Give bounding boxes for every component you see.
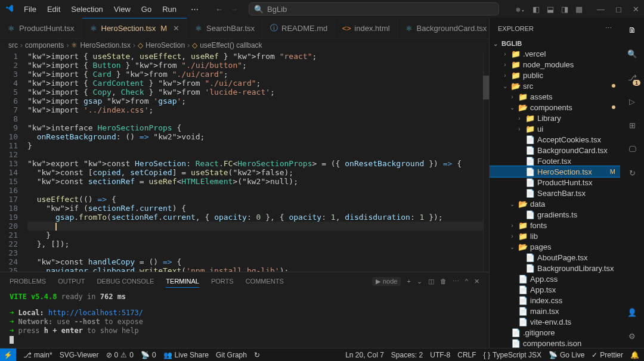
menu-file[interactable]: File — [19, 2, 41, 16]
code-editor[interactable]: 1234567891011121314151617181920212223242… — [0, 52, 489, 272]
problems-status[interactable]: ⊘ 0 ⚠ 0 — [106, 351, 134, 359]
nav-forward-icon[interactable]: → — [230, 5, 238, 14]
panel-maximize-icon[interactable]: ^ — [465, 278, 468, 285]
eol[interactable]: CRLF — [457, 351, 476, 359]
file-App.tsx[interactable]: 📄App.tsx — [490, 284, 620, 295]
panel-tab-problems[interactable]: PROBLEMS — [10, 275, 46, 287]
command-center[interactable]: 🔍 BgLib — [249, 2, 499, 15]
go-live[interactable]: 📡 Go Live — [549, 351, 584, 359]
cursor-position[interactable]: Ln 20, Col 7 — [345, 351, 384, 359]
folder-assets[interactable]: ›📁assets — [490, 91, 620, 102]
minimap-thumb[interactable] — [483, 76, 489, 99]
live-share-status[interactable]: 👥 Live Share — [163, 351, 209, 359]
tab-README.md[interactable]: ⓘREADME.md — [262, 18, 335, 39]
terminal-task[interactable]: ▶ node — [372, 277, 401, 286]
layout-grid-icon[interactable]: ▦ — [575, 5, 583, 14]
folder-.vercel[interactable]: ›📁.vercel — [490, 48, 620, 59]
remote-explorer-icon[interactable]: 🖵 — [625, 142, 639, 156]
encoding[interactable]: UTF-8 — [430, 351, 450, 359]
ports-status[interactable]: 📡 0 — [141, 351, 156, 359]
file-Footer.tsx[interactable]: 📄Footer.tsx — [490, 155, 620, 166]
source-control-icon[interactable]: ⎇1 — [625, 70, 639, 85]
file-AboutPage.tsx[interactable]: 📄AboutPage.tsx — [490, 252, 620, 263]
maximize-icon[interactable]: ◻ — [615, 5, 622, 14]
layout-bottom-icon[interactable]: ⬓ — [547, 5, 554, 14]
file-BackgroundCard.tsx[interactable]: 📄BackgroundCard.tsx — [490, 145, 620, 155]
menu-run[interactable]: Run — [157, 2, 181, 16]
folder-components[interactable]: ⌄📂components — [490, 102, 620, 113]
file-components.ison[interactable]: 📄components.ison — [490, 338, 620, 348]
file-.gitignore[interactable]: 📄.gitignore — [490, 327, 620, 338]
layout-left-icon[interactable]: ◧ — [532, 5, 540, 14]
minimap[interactable] — [483, 52, 489, 272]
file-SearchBar.tsx[interactable]: 📄SearchBar.tsx — [490, 188, 620, 198]
language-mode[interactable]: { } TypeScript JSX — [484, 351, 541, 359]
nav-back-icon[interactable]: ← — [215, 5, 223, 14]
breadcrumb-segment[interactable]: components — [25, 41, 64, 49]
panel-more-icon[interactable]: ⋯ — [453, 278, 459, 285]
layout-right-icon[interactable]: ◨ — [561, 5, 568, 14]
file-AcceptCookies.tsx[interactable]: 📄AcceptCookies.tsx — [490, 134, 620, 145]
tab-index.html[interactable]: <>index.html — [335, 18, 397, 39]
panel-tab-output[interactable]: OUTPUT — [58, 275, 85, 287]
panel-close-icon[interactable]: ✕ — [474, 278, 479, 285]
search-activity-icon[interactable]: 🔍 — [625, 46, 639, 61]
terminal-dropdown-icon[interactable]: ⌄ — [417, 278, 422, 285]
files-icon[interactable]: 🗎 — [625, 23, 639, 37]
folder-public[interactable]: ›📁public — [490, 70, 620, 80]
new-terminal-icon[interactable]: + — [407, 278, 410, 285]
run-debug-icon[interactable]: ▷ — [625, 94, 639, 108]
file-App.css[interactable]: 📄App.css — [490, 273, 620, 284]
file-HeroSection.tsx[interactable]: 📄HeroSection.tsxM — [490, 166, 620, 177]
folder-src[interactable]: ⌄📂src — [490, 80, 620, 91]
git-graph-status[interactable]: Git Graph — [216, 351, 247, 359]
menu-selection[interactable]: Selection — [66, 2, 107, 16]
more-menu-icon[interactable]: ⋯ — [186, 2, 203, 16]
folder-ui[interactable]: ›📁ui — [490, 123, 620, 134]
breadcrumb-segment[interactable]: HeroSection.tsx — [80, 41, 131, 49]
tab-SearchBar.tsx[interactable]: ⚛SearchBar.tsx — [187, 18, 262, 39]
settings-gear-icon[interactable]: ⚙ — [625, 329, 639, 343]
breadcrumb-segment[interactable]: HeroSection — [145, 41, 185, 49]
local-url[interactable]: http://localhost:5173/ — [48, 309, 143, 317]
menu-edit[interactable]: Edit — [42, 2, 65, 16]
folder-pages[interactable]: ⌄📂pages — [490, 241, 620, 252]
panel-tab-terminal[interactable]: TERMINAL — [166, 275, 199, 288]
file-gradients.ts[interactable]: 📄gradients.ts — [490, 209, 620, 220]
menu-view[interactable]: View — [109, 2, 135, 16]
folder-data[interactable]: ⌄📂data — [490, 198, 620, 209]
sync-icon[interactable]: ↻ — [254, 351, 260, 359]
split-terminal-icon[interactable]: ◫ — [428, 278, 434, 285]
explorer-more-icon[interactable]: ⋯ — [605, 24, 612, 32]
tab-ProductHunt.tsx[interactable]: ⚛ProductHunt.tsx — [0, 18, 82, 39]
notifications-icon[interactable]: 🔔 — [630, 351, 639, 359]
file-vite-env.d.ts[interactable]: 📄vite-env.d.ts — [490, 316, 620, 327]
remote-button[interactable]: ⚡ — [0, 348, 16, 362]
workspace-root[interactable]: ⌄BGLIB — [490, 39, 620, 48]
tab-BackgroundCard.tsx[interactable]: ⚛BackgroundCard.tsx — [398, 18, 489, 39]
folder-Library[interactable]: ›📁Library — [490, 113, 620, 123]
breadcrumb-segment[interactable]: useEffect() callback — [200, 41, 262, 49]
folder-node_modules[interactable]: ›📁node_modules — [490, 59, 620, 70]
account-icon[interactable]: 👤 — [625, 305, 639, 319]
panel-tab-comments[interactable]: COMMENTS — [246, 275, 284, 287]
file-index.css[interactable]: 📄index.css — [490, 295, 620, 306]
breadcrumb[interactable]: src›components›⚛ HeroSection.tsx›◇ HeroS… — [0, 39, 489, 52]
svg-viewer[interactable]: SVG-Viewer — [60, 351, 99, 359]
prettier-status[interactable]: ✓ Prettier — [592, 351, 623, 359]
kill-terminal-icon[interactable]: 🗑 — [440, 278, 447, 285]
close-icon[interactable]: ✕ — [173, 24, 179, 33]
git-branch[interactable]: ⎇ main* — [23, 351, 52, 359]
panel-tab-debug console[interactable]: DEBUG CONSOLE — [97, 275, 154, 287]
folder-lib[interactable]: ›📁lib — [490, 231, 620, 241]
code-content[interactable]: "kw">import { useState, useEffect, useRe… — [27, 52, 489, 272]
close-window-icon[interactable]: ✕ — [633, 5, 639, 14]
panel-tab-ports[interactable]: PORTS — [211, 275, 234, 287]
live-share-icon[interactable]: ↻ — [625, 166, 639, 180]
tab-HeroSection.tsx[interactable]: ⚛HeroSection.tsxM✕ — [82, 18, 188, 39]
file-ProductHunt.tsx[interactable]: 📄ProductHunt.tsx — [490, 177, 620, 188]
file-BackgroundLibrary.tsx[interactable]: 📄BackgroundLibrary.tsx — [490, 263, 620, 273]
indentation[interactable]: Spaces: 2 — [391, 351, 423, 359]
copilot-icon[interactable]: ⎈▾ — [516, 5, 525, 14]
folder-fonts[interactable]: ›📁fonts — [490, 220, 620, 231]
